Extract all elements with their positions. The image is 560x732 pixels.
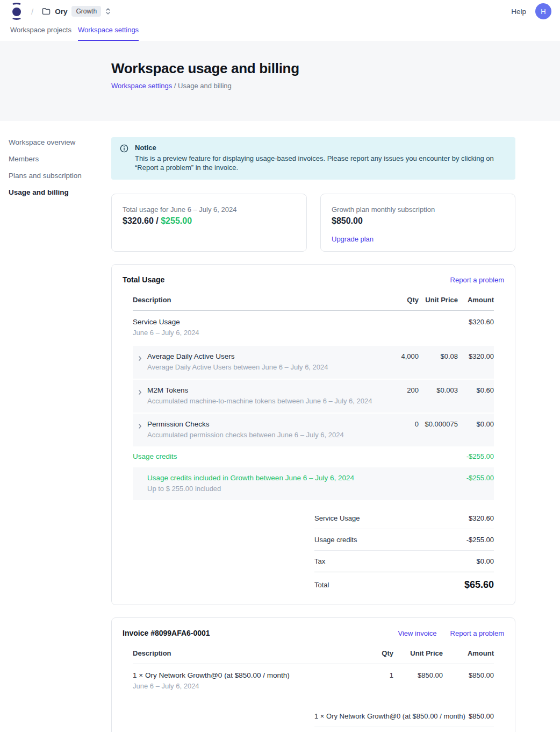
total-usage-value: $320.60 / $255.00: [123, 216, 296, 226]
top-header: / Ory Growth Help H: [0, 0, 560, 23]
main-area: Workspace overview Members Plans and sub…: [0, 121, 560, 732]
settings-sidenav: Workspace overview Members Plans and sub…: [9, 137, 100, 204]
table-row: Usage credits included in Growth between…: [133, 467, 494, 500]
chevron-up-down-icon: [105, 8, 111, 15]
chevron-right-icon[interactable]: [137, 388, 143, 397]
invoice-title: Invoice #8099AFA6-0001: [123, 629, 210, 637]
summary-row: Tax $0.00: [314, 551, 494, 572]
col-unit-price: Unit Price: [419, 296, 458, 304]
workspace-tabs: Workspace projects Workspace settings: [0, 23, 560, 41]
invoice-table-header: Description Qty Unit Price Amount: [133, 644, 494, 664]
table-row: Service Usage June 6 – July 6, 2024 $320…: [133, 311, 494, 345]
report-problem-link[interactable]: Report a problem: [450, 629, 504, 637]
notice-title: Notice: [135, 144, 505, 152]
usage-table-header: Description Qty Unit Price Amount: [133, 290, 494, 311]
app-root: / Ory Growth Help H Workspace projects W…: [0, 0, 560, 732]
plan-badge: Growth: [71, 6, 101, 17]
table-row: Permission Checks Accumulated permission…: [133, 414, 494, 446]
table-row: Average Daily Active Users Average Daily…: [133, 346, 494, 379]
usage-credit-value: $255.00: [161, 216, 192, 225]
invoice-table: Description Qty Unit Price Amount 1 × Or…: [133, 644, 494, 698]
table-row: M2M Tokens Accumulated machine-to-machin…: [133, 380, 494, 413]
upgrade-plan-link[interactable]: Upgrade plan: [332, 235, 374, 243]
usage-table: Description Qty Unit Price Amount Servic…: [133, 290, 494, 500]
tab-workspace-projects[interactable]: Workspace projects: [10, 23, 71, 41]
usage-total-row: Total $65.60: [314, 572, 494, 593]
col-unit-price: Unit Price: [393, 649, 443, 657]
view-invoice-link[interactable]: View invoice: [398, 629, 437, 637]
chevron-right-icon[interactable]: [137, 354, 143, 364]
summary-row: Service Usage $320.60: [314, 508, 494, 529]
col-description: Description: [133, 649, 345, 657]
summary-row: 1 × Ory Network Growth@0 (at $850.00 / m…: [314, 706, 494, 727]
col-description: Description: [133, 296, 378, 304]
avatar[interactable]: H: [535, 3, 551, 19]
table-row: 1 × Ory Network Growth@0 (at $850.00 / m…: [133, 664, 494, 698]
total-usage-bill-card: Total Usage Report a problem Description…: [111, 264, 515, 605]
workspace-name: Ory: [55, 8, 67, 16]
help-link[interactable]: Help: [511, 8, 526, 16]
tab-workspace-settings[interactable]: Workspace settings: [78, 23, 139, 41]
summary-row: Tax $0.00: [314, 727, 494, 732]
table-row: Usage credits -$255.00: [133, 446, 494, 466]
sidebar-item-workspace-overview[interactable]: Workspace overview: [9, 137, 100, 147]
ory-logo-icon[interactable]: [10, 3, 24, 19]
page-hero: Workspace usage and billing Workspace se…: [0, 41, 560, 121]
plan-value: $850.00: [332, 216, 504, 226]
summary-cards: Total usage for June 6 – July 6, 2024 $3…: [111, 194, 515, 252]
notice-body: This is a preview feature for displaying…: [135, 154, 505, 172]
sidebar-item-plans-subscription[interactable]: Plans and subscription: [9, 170, 100, 181]
col-qty: Qty: [378, 296, 419, 304]
workspace-switcher[interactable]: Ory Growth: [42, 6, 111, 17]
sidebar-item-members[interactable]: Members: [9, 154, 100, 164]
breadcrumb-slash: /: [31, 7, 33, 16]
folder-icon: [42, 8, 51, 15]
col-amount: Amount: [443, 649, 494, 657]
usage-total-value: $65.60: [464, 579, 494, 591]
total-usage-card: Total usage for June 6 – July 6, 2024 $3…: [111, 194, 307, 252]
content-column: Notice This is a preview feature for dis…: [111, 121, 515, 732]
col-amount: Amount: [458, 296, 494, 304]
plan-label: Growth plan monthly subscription: [332, 205, 504, 214]
bill-card-title: Total Usage: [123, 275, 164, 284]
usage-summary: Service Usage $320.60 Usage credits -$25…: [314, 508, 494, 593]
plan-subscription-card: Growth plan monthly subscription $850.00…: [320, 194, 515, 252]
sidebar-item-usage-billing[interactable]: Usage and billing: [9, 187, 100, 197]
breadcrumb-current: / Usage and billing: [172, 82, 232, 90]
chevron-right-icon[interactable]: [137, 422, 143, 431]
total-usage-label: Total usage for June 6 – July 6, 2024: [123, 205, 296, 214]
invoice-summary: 1 × Ory Network Growth@0 (at $850.00 / m…: [314, 706, 494, 732]
invoice-card: Invoice #8099AFA6-0001 View invoice Repo…: [111, 617, 515, 732]
report-problem-link[interactable]: Report a problem: [450, 276, 504, 284]
summary-row: Usage credits -$255.00: [314, 529, 494, 551]
breadcrumb: Workspace settings / Usage and billing: [111, 82, 560, 90]
page-title: Workspace usage and billing: [111, 60, 560, 77]
info-circle-icon: [120, 144, 128, 172]
notice-banner: Notice This is a preview feature for dis…: [111, 137, 515, 180]
breadcrumb-settings-link[interactable]: Workspace settings: [111, 82, 172, 90]
col-qty: Qty: [345, 649, 393, 657]
